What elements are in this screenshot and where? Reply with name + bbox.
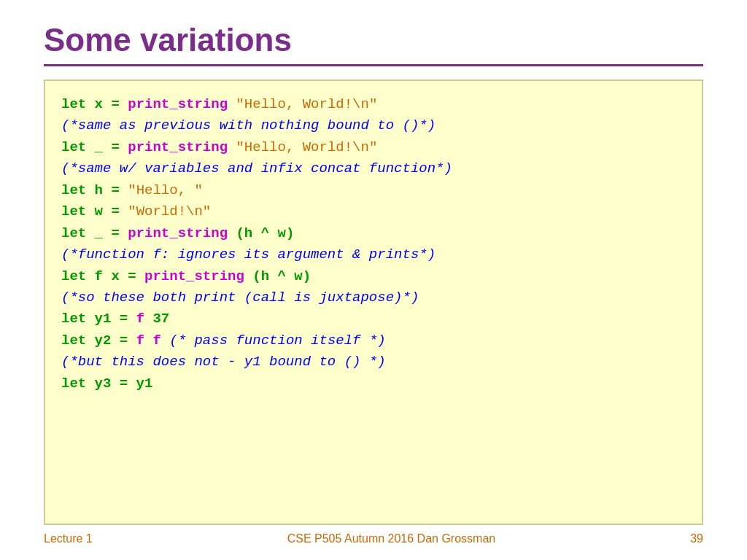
code-line-13: (*but this does not - y1 bound to () *)	[61, 351, 686, 373]
slide-title: Some variations	[44, 22, 703, 58]
code-line-7: let _ = print_string (h ^ w)	[61, 223, 686, 244]
footer-right: 39	[690, 532, 703, 545]
slide: Some variations let x = print_string "He…	[0, 0, 747, 560]
code-line-3: let _ = print_string "Hello, World!\n"	[61, 137, 686, 158]
code-line-9: let f x = print_string (h ^ w)	[61, 266, 686, 287]
code-box: let x = print_string "Hello, World!\n" (…	[44, 79, 703, 525]
footer-center: CSE P505 Autumn 2016 Dan Grossman	[287, 532, 496, 545]
code-line-10: (*so these both print (call is juxtapose…	[61, 287, 686, 308]
code-line-8: (*function f: ignores its argument & pri…	[61, 244, 686, 265]
code-line-1: let x = print_string "Hello, World!\n"	[61, 94, 686, 115]
code-line-6: let w = "World!\n"	[61, 201, 686, 222]
code-line-11: let y1 = f 37	[61, 308, 686, 330]
title-divider	[44, 64, 703, 66]
code-line-4: (*same w/ variables and infix concat fun…	[61, 158, 686, 179]
footer: Lecture 1 CSE P505 Autumn 2016 Dan Gross…	[44, 525, 703, 545]
code-line-14: let y3 = y1	[61, 373, 686, 394]
footer-left: Lecture 1	[44, 532, 93, 545]
code-line-12: let y2 = f f (* pass function itself *)	[61, 330, 686, 351]
code-line-5: let h = "Hello, "	[61, 180, 686, 201]
code-line-2: (*same as previous with nothing bound to…	[61, 115, 686, 136]
